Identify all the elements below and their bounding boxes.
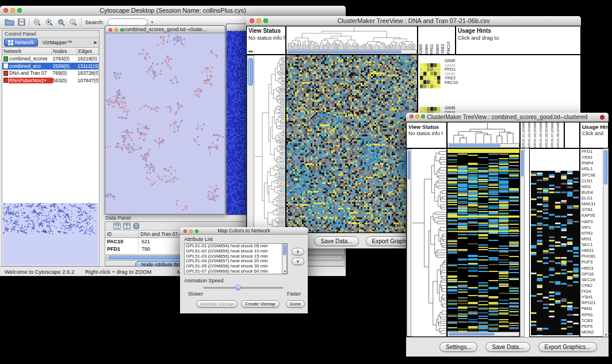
minimize-button[interactable] bbox=[257, 18, 261, 23]
gene-label[interactable]: SEC24 bbox=[582, 278, 603, 283]
scrollbar-thumb[interactable] bbox=[449, 144, 500, 147]
zoom-button[interactable] bbox=[17, 8, 22, 13]
zoom-out-icon[interactable] bbox=[33, 18, 41, 26]
scroll-arrows[interactable]: ▲▼ bbox=[284, 269, 288, 273]
tab-network[interactable]: Network bbox=[4, 39, 38, 47]
scrollbar-thumb[interactable] bbox=[521, 150, 523, 177]
gene-label[interactable]: PHO81 bbox=[582, 254, 603, 260]
gene-label[interactable]: YRA1 bbox=[582, 155, 603, 161]
gene-label[interactable]: MAK31 bbox=[582, 202, 603, 208]
slider-thumb[interactable] bbox=[235, 285, 241, 290]
zoom-selected-icon[interactable]: 1 bbox=[69, 18, 78, 26]
treeview-dna-title-bar[interactable]: ClusterMaker TreeView : DNA and Tran 07-… bbox=[246, 16, 581, 26]
row-dendrogram-canvas[interactable] bbox=[254, 55, 285, 232]
heatmap-canvas[interactable] bbox=[447, 149, 519, 332]
close-button[interactable] bbox=[109, 28, 112, 32]
gene-label[interactable]: TCB3 bbox=[582, 319, 603, 324]
network-list-row[interactable]: RNAPuberNov2+ 563(0) 107847(0) bbox=[2, 77, 99, 85]
network-view-title-bar[interactable]: combined_scores_good.txt--cluste... bbox=[105, 26, 225, 33]
correlation-matrix-1[interactable] bbox=[420, 63, 441, 89]
gene-label[interactable]: KAP95 bbox=[582, 213, 603, 219]
heatmap-canvas[interactable] bbox=[286, 55, 417, 232]
gene-label[interactable]: NIS1 bbox=[582, 185, 603, 190]
col-network[interactable]: Network bbox=[2, 48, 52, 55]
database-icon[interactable] bbox=[133, 223, 140, 229]
heatmap-vscrollbar[interactable] bbox=[520, 148, 525, 337]
scrollbar-thumb[interactable] bbox=[604, 150, 607, 185]
scrollbar-thumb[interactable] bbox=[408, 151, 410, 179]
gene-label[interactable]: RNR4 bbox=[582, 161, 603, 167]
scrollbar-thumb[interactable] bbox=[288, 51, 401, 53]
close-button[interactable] bbox=[410, 114, 414, 118]
gene-label[interactable]: FIG4 bbox=[582, 289, 603, 295]
gene-label[interactable]: VIP1 bbox=[582, 225, 603, 231]
scroll-right-icon[interactable]: ▶ bbox=[251, 49, 254, 53]
col-nodes[interactable]: Nodes bbox=[52, 48, 77, 55]
scroll-arrows[interactable]: ▲▼ bbox=[605, 332, 612, 336]
zoom-button[interactable] bbox=[421, 114, 425, 118]
gene-label[interactable]: HMG1 bbox=[582, 248, 603, 254]
gene-label[interactable]: MSI1 bbox=[582, 237, 603, 243]
gene-label[interactable]: GPI16 bbox=[582, 272, 603, 278]
scrollbar-thumb[interactable] bbox=[283, 245, 286, 255]
minimize-button[interactable] bbox=[114, 28, 118, 32]
gene-label[interactable]: SPC98 bbox=[582, 173, 603, 179]
column-dendrogram-canvas[interactable] bbox=[447, 122, 519, 143]
gene-label[interactable]: HAP3 bbox=[582, 220, 603, 225]
zoom-button[interactable] bbox=[120, 28, 124, 32]
treeview-button[interactable]: Save Data... bbox=[314, 236, 358, 246]
network-canvas[interactable] bbox=[105, 33, 225, 214]
background-window-title-bar[interactable] bbox=[227, 24, 246, 31]
minimize-button[interactable] bbox=[189, 229, 193, 233]
gene-label[interactable]: MSL1 bbox=[582, 167, 603, 173]
move-up-button[interactable]: ∧ bbox=[292, 248, 304, 255]
network-list-row[interactable]: combined_sco 2569(6) 13112(15) bbox=[2, 63, 99, 70]
gene-label[interactable]: GTB1 bbox=[582, 208, 603, 213]
gene-label[interactable]: RPO21 bbox=[582, 301, 603, 306]
treeview-button[interactable]: Settings... bbox=[439, 342, 477, 352]
dense-network-canvas[interactable] bbox=[227, 31, 246, 214]
zoom-button[interactable] bbox=[263, 18, 268, 23]
attribute-item[interactable]: GPL51-07 (GSM868) heat shock 60 min bbox=[185, 269, 287, 274]
column-dendrogram-canvas[interactable] bbox=[286, 26, 417, 49]
scroll-arrows[interactable]: ◀▶ bbox=[248, 49, 254, 53]
scrollbar-thumb[interactable] bbox=[449, 333, 495, 335]
treeview-combined-title-bar[interactable]: ClusterMaker TreeView : combined_scores_… bbox=[406, 113, 609, 122]
gene-label[interactable]: PAN1 bbox=[582, 306, 603, 312]
gene-label[interactable]: NTR2 bbox=[582, 231, 603, 237]
birdseye-view[interactable] bbox=[3, 203, 98, 265]
dialog-title-bar[interactable]: Map Colors to Network bbox=[180, 227, 308, 235]
close-button[interactable] bbox=[3, 8, 8, 13]
column-dendrogram-hscrollbar[interactable] bbox=[447, 143, 519, 148]
network-list-row[interactable]: combined_scores 2764(0) 16218(0) bbox=[2, 55, 99, 63]
gene-label[interactable]: RPN1 bbox=[582, 313, 603, 319]
gene-label[interactable]: PEP5 bbox=[582, 324, 603, 330]
gene-labels-vscrollbar[interactable]: ▲▼ bbox=[603, 148, 609, 337]
close-button[interactable] bbox=[183, 229, 187, 233]
gene-label[interactable]: BUD4 bbox=[582, 190, 603, 196]
tab-vizmapper[interactable]: VizMapper™ bbox=[40, 39, 75, 46]
col-edges[interactable]: Edges bbox=[77, 48, 99, 55]
close-button[interactable] bbox=[250, 18, 254, 23]
gene-label[interactable]: MON2 bbox=[582, 330, 603, 336]
gene-label[interactable]: CPA2 bbox=[582, 283, 603, 289]
gene-label[interactable]: PUF3 bbox=[582, 260, 603, 266]
gene-label[interactable]: PFD1 bbox=[582, 150, 603, 155]
secondary-heatmap-canvas[interactable] bbox=[531, 171, 579, 335]
gene-label[interactable]: CLN1 bbox=[582, 179, 603, 185]
main-title-bar[interactable]: Cytoscape Desktop (Session Name: collins… bbox=[0, 6, 346, 16]
done-button[interactable]: Done bbox=[286, 300, 305, 308]
heatmap-hscrollbar[interactable] bbox=[447, 332, 519, 336]
attribute-list-vscrollbar[interactable]: ▲▼ bbox=[282, 244, 287, 274]
panel-menu-arrow-icon[interactable]: ▶ bbox=[94, 40, 97, 45]
zoom-button[interactable] bbox=[195, 229, 198, 233]
minimize-button[interactable] bbox=[10, 8, 15, 13]
gene-label[interactable]: YSH1 bbox=[582, 295, 603, 301]
create-vizmap-button[interactable]: Create Vizmap bbox=[241, 300, 280, 308]
network-list-row[interactable]: DNA and Tran 07 769(0) 183728(0) bbox=[2, 70, 99, 77]
column-dendrogram-hscrollbar[interactable] bbox=[286, 49, 417, 54]
row-dendrogram-canvas[interactable] bbox=[411, 149, 446, 336]
node-table-icon[interactable] bbox=[113, 223, 121, 229]
save-icon[interactable] bbox=[18, 18, 25, 26]
gene-label[interactable]: SEC1 bbox=[582, 243, 603, 248]
